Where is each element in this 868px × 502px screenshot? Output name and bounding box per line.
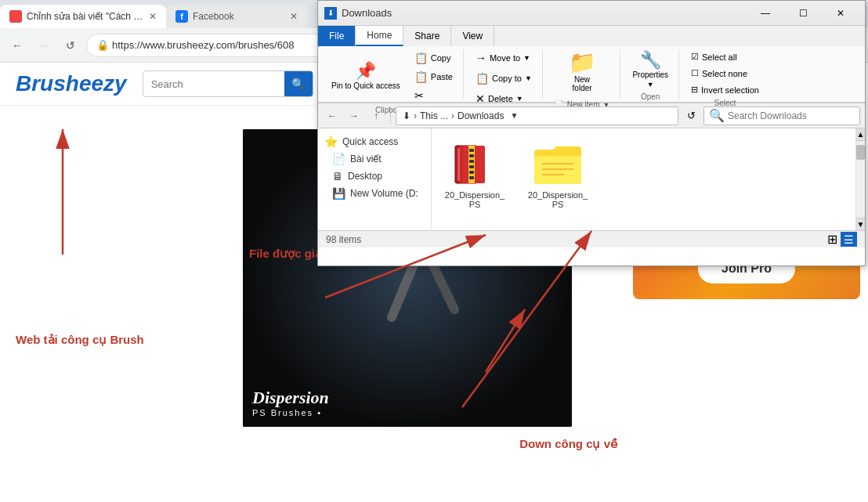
ribbon: File Home Share View 📌: [318, 26, 865, 103]
tab2-close[interactable]: ✕: [290, 11, 298, 22]
select-none-btn[interactable]: ☐ Select none: [685, 66, 765, 81]
new-folder-icon: 📁: [569, 52, 596, 74]
folder-svg: [533, 143, 584, 186]
svg-rect-37: [469, 154, 474, 157]
move-icon: →: [476, 52, 486, 64]
ribbon-tab-home[interactable]: Home: [356, 26, 403, 46]
pin-to-quick-btn[interactable]: 📌 Pin to Quick access: [326, 60, 406, 93]
delete-icon: ✕: [476, 92, 485, 105]
properties-icon: 🔧: [640, 52, 661, 69]
ribbon-content: 📌 Pin to Quick access 📋 Copy 📋 Paste: [318, 46, 865, 103]
select-items: ☑ Select all ☐ Select none ⊟ Invert sele…: [685, 49, 765, 97]
desktop-label: Desktop: [348, 171, 382, 182]
svg-rect-40: [469, 171, 474, 174]
paste-btn[interactable]: 📋 Paste: [409, 68, 458, 85]
ribbon-tab-share[interactable]: Share: [403, 26, 451, 46]
svg-rect-39: [469, 165, 474, 168]
view-list-btn[interactable]: ☰: [841, 232, 857, 247]
site-logo: Brusheezy: [16, 71, 127, 96]
tab1-close[interactable]: ✕: [149, 11, 157, 22]
breadcrumb-this: ›: [414, 110, 417, 121]
view-grid-btn[interactable]: ⊞: [827, 232, 837, 247]
ribbon-tab-view[interactable]: View: [451, 26, 494, 46]
fe-maximize[interactable]: ☐: [785, 1, 821, 26]
scroll-up[interactable]: ▲: [856, 128, 865, 141]
props-dropdown: ▼: [647, 81, 654, 88]
sidebar-desktop[interactable]: 🖥 Desktop: [318, 168, 431, 185]
left-panel: Web tải công cụ Brush: [0, 106, 243, 502]
scroll-thumb[interactable]: [856, 145, 865, 161]
file-explorer-window: ⬇ Downloads — ☐ ✕ File Home Share: [317, 0, 866, 266]
pin-icon: 📌: [355, 63, 376, 80]
breadcrumb-this-text: This ...: [420, 110, 448, 121]
quick-access-icon: ⭐: [324, 135, 338, 148]
delete-btn[interactable]: ✕ Delete ▼: [470, 90, 529, 107]
address-text: https://www.brusheezy.com/brushes/608: [112, 39, 294, 51]
fe-body: ⭐ Quick access 📄 Bài viết 🖥 Desktop 💾 Ne…: [318, 128, 865, 230]
edit-tab-icon: [9, 10, 22, 23]
new-folder-btn[interactable]: 📁 New folder: [563, 49, 602, 95]
ribbon-tabs: File Home Share View: [318, 26, 865, 46]
ribbon-group-new: 📁 New folder 📄 New item▼ New: [544, 49, 621, 99]
browser-tab-edit[interactable]: Chỉnh sửa bài viết "Cách làm hi... ✕: [0, 5, 166, 28]
fe-title-icon: ⬇: [324, 7, 337, 20]
fe-status-text: 98 items: [326, 234, 361, 245]
copy-icon: 📋: [414, 52, 428, 64]
bai-viet-label: Bài viết: [350, 153, 382, 164]
breadcrumb-dropdown[interactable]: ▼: [510, 111, 518, 120]
fe-scrollbar[interactable]: ▲ ▼: [855, 128, 865, 230]
scroll-down[interactable]: ▼: [856, 218, 865, 230]
ribbon-group-organize: → Move to ▼ 📋 Copy to ▼ ✕ Delete ▼: [465, 49, 543, 99]
fb-tab-icon: f: [175, 10, 188, 23]
fe-minimize[interactable]: —: [747, 1, 783, 26]
search-input[interactable]: [143, 78, 284, 90]
open-items: 🔧 Properties ▼: [627, 49, 674, 91]
ribbon-tab-file[interactable]: File: [318, 26, 356, 46]
sidebar-quick-access[interactable]: ⭐ Quick access: [318, 133, 431, 150]
down-label: Down công cụ về: [519, 437, 617, 451]
fe-close[interactable]: ✕: [823, 1, 859, 26]
winrar-archive-icon: [447, 141, 502, 188]
ribbon-group-select: ☑ Select all ☐ Select none ⊟ Invert sele…: [681, 49, 769, 99]
web-label: Web tải công cụ Brush: [16, 333, 144, 347]
select-all-btn[interactable]: ☑ Select all: [685, 49, 765, 64]
properties-btn[interactable]: 🔧 Properties ▼: [627, 49, 674, 91]
delete-dropdown-icon: ▼: [516, 95, 523, 103]
paste-icon: 📋: [414, 70, 428, 83]
fe-window-controls: — ☐ ✕: [747, 1, 859, 26]
fe-files: 20_Dispersion_PS: [439, 136, 848, 214]
cut-btn[interactable]: ✂: [409, 87, 458, 104]
invert-selection-btn[interactable]: ⊟ Invert selection: [685, 82, 765, 97]
copy-btn[interactable]: 📋 Copy: [409, 49, 458, 67]
fe-up[interactable]: ↑: [367, 107, 385, 125]
open-label: Open: [627, 91, 674, 103]
sidebar-new-volume[interactable]: 💾 New Volume (D:: [318, 185, 431, 202]
nav-forward[interactable]: →: [33, 34, 55, 56]
search-button[interactable]: 🔍: [284, 70, 313, 97]
quick-access-label: Quick access: [342, 136, 398, 147]
winrar-svg: [451, 144, 498, 185]
site-search: 🔍: [143, 70, 313, 97]
nav-refresh[interactable]: ↺: [60, 34, 81, 56]
fe-breadcrumb[interactable]: ⬇ › This ... › Downloads ▼: [396, 107, 678, 125]
browser-tab-facebook[interactable]: f Facebook ✕: [166, 5, 307, 28]
fe-search-box[interactable]: 🔍: [703, 107, 860, 125]
file-winrar[interactable]: 20_Dispersion_PS: [439, 136, 510, 214]
copy-to-btn[interactable]: 📋 Copy to ▼: [470, 70, 537, 87]
breadcrumb-icon: ⬇: [403, 110, 410, 121]
bai-viet-icon: 📄: [332, 153, 345, 165]
fe-refresh[interactable]: ↺: [682, 107, 700, 125]
file-folder[interactable]: 20_Dispersion_PS: [523, 136, 593, 214]
fe-back[interactable]: ←: [323, 107, 342, 125]
nav-back[interactable]: ←: [6, 34, 28, 56]
fe-forward[interactable]: →: [345, 107, 363, 125]
fe-titlebar: ⬇ Downloads — ☐ ✕: [318, 1, 865, 26]
fe-main-area: 20_Dispersion_PS: [432, 128, 855, 230]
scroll-track[interactable]: [856, 141, 865, 218]
fe-search-input[interactable]: [728, 110, 855, 121]
move-to-btn[interactable]: → Move to ▼: [470, 49, 536, 67]
sidebar-bai-viet[interactable]: 📄 Bài viết: [318, 150, 431, 168]
svg-rect-36: [469, 149, 474, 152]
fe-search-icon: 🔍: [709, 108, 725, 123]
fe-statusbar: 98 items ⊞ ☰: [318, 230, 865, 247]
